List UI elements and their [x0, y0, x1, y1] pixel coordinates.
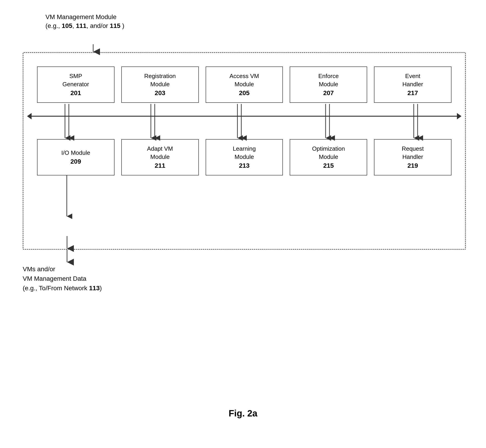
module-request-handler: RequestHandler 219	[374, 139, 452, 176]
module-smp-generator: SMPGenerator 201	[37, 66, 115, 103]
module-io-name: I/O Module	[61, 149, 90, 157]
fig-caption: Fig. 2a	[229, 408, 257, 418]
module-access-vm: Access VMModule 205	[206, 66, 283, 103]
module-event-handler-name: EventHandler	[402, 72, 423, 88]
module-adapt-vm-number: 211	[155, 161, 165, 170]
page-container: VM Management Module (e.g., 105, 111, an…	[0, 0, 486, 448]
module-smp-generator-number: 201	[70, 88, 81, 97]
vm-mgmt-label: VM Management Module (e.g., 105, 111, an…	[45, 12, 124, 30]
module-access-vm-number: 205	[239, 88, 250, 97]
module-optimization-name: OptimizationModule	[312, 144, 345, 161]
module-io: I/O Module 209	[37, 139, 115, 176]
modules-top-row: SMPGenerator 201 RegistrationModule 203 …	[37, 66, 452, 103]
module-learning: LearningModule 213	[206, 139, 283, 176]
module-event-handler-number: 217	[407, 88, 418, 97]
vm-mgmt-line1: VM Management Module	[45, 12, 124, 21]
vms-line3: (e.g., To/From Network 113)	[23, 283, 102, 293]
module-registration: RegistrationModule 203	[121, 66, 199, 103]
vm-mgmt-line2: (e.g., 105, 111, and/or 115 )	[45, 21, 124, 30]
vms-line1: VMs and/or	[23, 264, 102, 274]
module-adapt-vm-name: Adapt VMModule	[147, 144, 173, 161]
module-smp-generator-name: SMPGenerator	[63, 72, 89, 88]
module-request-handler-number: 219	[407, 161, 418, 170]
vms-label: VMs and/or VM Management Data (e.g., To/…	[23, 264, 102, 293]
module-event-handler: EventHandler 217	[374, 66, 452, 103]
main-dashed-box: SMPGenerator 201 RegistrationModule 203 …	[23, 52, 466, 250]
module-optimization: OptimizationModule 215	[290, 139, 367, 176]
bus-arrow-left	[27, 113, 32, 119]
module-enforce: EnforceModule 207	[290, 66, 367, 103]
module-learning-name: LearningModule	[233, 144, 255, 161]
module-optimization-number: 215	[323, 161, 334, 170]
module-enforce-number: 207	[323, 88, 334, 97]
module-adapt-vm: Adapt VMModule 211	[121, 139, 199, 176]
vms-line2: VM Management Data	[23, 274, 102, 283]
module-io-number: 209	[70, 157, 81, 166]
module-registration-number: 203	[155, 88, 165, 97]
module-learning-number: 213	[239, 161, 250, 170]
module-access-vm-name: Access VMModule	[230, 72, 259, 88]
module-registration-name: RegistrationModule	[144, 72, 176, 88]
module-request-handler-name: RequestHandler	[402, 144, 424, 161]
module-enforce-name: EnforceModule	[318, 72, 339, 88]
modules-bottom-row: I/O Module 209 Adapt VMModule 211 Learni…	[37, 139, 452, 176]
bus-arrow-right	[457, 113, 461, 119]
bus-line	[28, 116, 461, 117]
